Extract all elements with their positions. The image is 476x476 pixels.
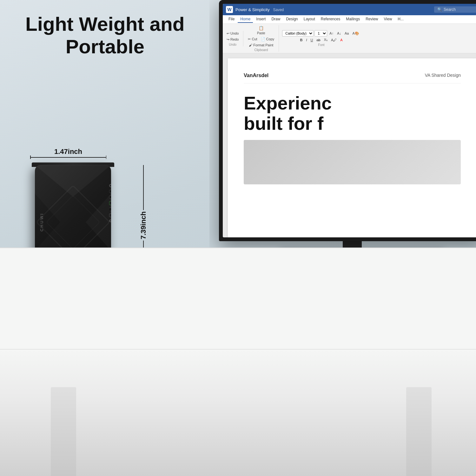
font-label: Font [318,43,325,47]
word-content-area: VanArsdel VA Shared Design Experienc bui… [223,53,476,237]
dim-width-top: 1.47inch [30,148,106,158]
menu-more[interactable]: H... [395,16,406,23]
port-usb2 [109,195,111,199]
menu-design[interactable]: Design [283,16,300,23]
page-container: Light Weight and Portable 1.47inch [0,0,476,476]
port-audio [109,184,111,187]
strikethrough-btn[interactable]: ab [315,37,321,43]
toolbar-undo-row: ↩ Undo [225,31,240,36]
tick-top [143,165,144,168]
word-company-header: VanArsdel VA Shared Design [244,73,461,83]
port-audio2 [109,220,111,222]
menu-view[interactable]: View [381,16,395,23]
format-row: B I U ab X₁ A🖊 A [299,37,344,43]
port-vga [109,214,111,217]
heading-line2: Portable [66,36,144,57]
pc-ports [109,184,111,222]
toolbar-redo-row: ↪ Redo [225,37,240,42]
top-section: Light Weight and Portable 1.47inch [0,0,476,349]
toolbar-format-row: 🖌 Format Paint [248,43,274,48]
bold-btn[interactable]: B [299,37,304,43]
desk-surface-right [209,248,476,349]
word-image-placeholder [244,140,461,184]
page-heading: Light Weight and Portable [25,13,185,58]
desk-surface [0,248,209,349]
toolbar-cut-copy-row: ✂ Cut 📄 Copy [247,36,275,42]
bottom-section [0,349,476,476]
word-main-heading: Experienc built for f [244,93,461,134]
font-shrink-btn[interactable]: A↓ [336,30,342,36]
word-search-box[interactable]: 🔍 Search [434,6,476,13]
line-v [143,168,144,210]
menu-review[interactable]: Review [363,16,380,23]
company-sub: VA Shared Design [425,73,461,78]
format-painter-btn[interactable]: 🖌 Format Paint [248,43,274,48]
toolbar-paste-group: 📋Paste ✂ Cut 📄 Copy 🖌 Format Paint Clipb… [247,25,279,52]
font-size-selector[interactable]: 11 [314,30,327,36]
menu-references[interactable]: References [318,16,343,23]
menu-file[interactable]: File [226,16,237,23]
highlight-btn[interactable]: A🖊 [330,37,338,43]
menu-layout[interactable]: Layout [301,16,318,23]
left-area: Light Weight and Portable 1.47inch [0,0,209,349]
toolbar-clipboard: ↩ Undo ↪ Redo Undo [225,31,243,46]
subscript-btn[interactable]: X₁ [323,37,329,43]
font-selector[interactable]: Calibri (Body) [282,30,314,36]
dim-height-value: 7.39inch [139,210,148,241]
company-name: VanArsdel [244,73,268,78]
underline-btn[interactable]: U [309,37,314,43]
pc-brand: CHUWI [39,213,44,231]
port-hdmi [109,208,111,211]
word-toolbar: ↩ Undo ↪ Redo Undo 📋Paste ✂ Cut [223,24,476,53]
port-ethernet [109,201,111,205]
desk-leg-right [406,387,432,476]
cut-btn[interactable]: ✂ Cut [247,36,258,42]
font-selector-row: Calibri (Body) 11 A↑ A↓ Aa A🎨 [282,30,360,36]
undo-btn[interactable]: ↩ Undo [225,31,240,36]
heading-line1: Light Weight and [25,13,185,35]
monitor-screen: W Power & Simplicity Saved 🔍 Search [223,4,476,237]
menu-mailings[interactable]: Mailings [343,16,362,23]
fontcolor-btn[interactable]: A [339,37,344,43]
word-title: Power & Simplicity Saved [235,7,432,12]
menu-insert[interactable]: Insert [254,16,268,23]
font-color-btn[interactable]: A🎨 [351,30,360,36]
word-titlebar: W Power & Simplicity Saved 🔍 Search [223,4,476,15]
monitor: W Power & Simplicity Saved 🔍 Search [219,0,476,270]
clipboard-label: Clipboard [254,48,268,52]
toolbar-font-group: Calibri (Body) 11 A↑ A↓ Aa A🎨 [282,30,364,47]
monitor-bezel: W Power & Simplicity Saved 🔍 Search [219,0,476,241]
dim-width-value: 1.47inch [30,148,106,156]
desk-leg-left [51,387,76,476]
toolbar-undo-label: Undo [229,43,236,46]
redo-btn[interactable]: ↪ Redo [225,37,240,42]
pc-facet-top [35,165,111,197]
menu-draw[interactable]: Draw [269,16,283,23]
copy-btn[interactable]: 📄 Copy [260,36,276,42]
font-case-btn[interactable]: Aa [343,30,350,36]
right-area: W Power & Simplicity Saved 🔍 Search [209,0,476,349]
menu-home[interactable]: Home [238,16,253,23]
font-grow-btn[interactable]: A↑ [328,30,335,36]
port-usb1 [109,190,111,193]
word-menubar: File Home Insert Draw Design Layout Refe… [223,15,476,24]
paste-btn[interactable]: 📋Paste [256,25,267,36]
word-page: VanArsdel VA Shared Design Experienc bui… [228,58,476,237]
word-icon: W [226,6,233,13]
italic-btn[interactable]: I [305,37,308,43]
